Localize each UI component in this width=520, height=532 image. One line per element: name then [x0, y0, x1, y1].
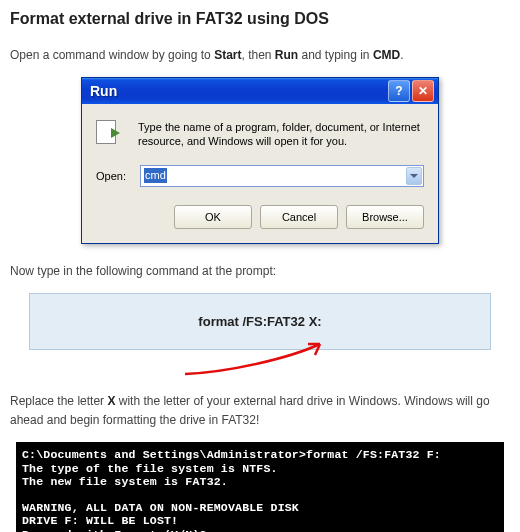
run-dialog: Run ? ✕ Type the name of a program, fold… — [81, 77, 439, 244]
open-input[interactable]: cmd — [140, 165, 424, 187]
kw-run: Run — [275, 48, 298, 62]
cancel-button[interactable]: Cancel — [260, 205, 338, 229]
text: . — [400, 48, 403, 62]
dropdown-button[interactable] — [406, 167, 422, 185]
dialog-body: Type the name of a program, folder, docu… — [82, 104, 438, 243]
button-row: OK Cancel Browse... — [96, 205, 424, 229]
page-title: Format external drive in FAT32 using DOS — [10, 10, 510, 28]
browse-button[interactable]: Browse... — [346, 205, 424, 229]
open-label: Open: — [96, 170, 140, 182]
text: Replace the letter — [10, 394, 107, 408]
title-bar: Run ? ✕ — [82, 78, 438, 104]
ok-button[interactable]: OK — [174, 205, 252, 229]
text: , then — [241, 48, 274, 62]
text: Open a command window by going to — [10, 48, 214, 62]
replace-paragraph: Replace the letter X with the letter of … — [10, 392, 510, 430]
prompt-intro: Now type in the following command at the… — [10, 262, 510, 281]
open-input-value: cmd — [144, 168, 167, 183]
chevron-down-icon — [410, 174, 418, 178]
open-row: Open: cmd — [96, 165, 424, 187]
kw-start: Start — [214, 48, 241, 62]
intro-paragraph: Open a command window by going to Start,… — [10, 46, 510, 65]
annotation-arrow — [30, 350, 490, 380]
close-icon: ✕ — [418, 84, 428, 98]
window-title: Run — [90, 83, 386, 99]
close-button[interactable]: ✕ — [412, 80, 434, 102]
text: and typing in — [298, 48, 373, 62]
description-text: Type the name of a program, folder, docu… — [138, 120, 424, 149]
console-output: C:\Documents and Settings\Administrator>… — [16, 442, 504, 532]
help-button[interactable]: ? — [388, 80, 410, 102]
description-row: Type the name of a program, folder, docu… — [96, 120, 424, 149]
help-icon: ? — [395, 84, 402, 98]
kw-cmd: CMD — [373, 48, 400, 62]
run-icon — [96, 120, 128, 144]
